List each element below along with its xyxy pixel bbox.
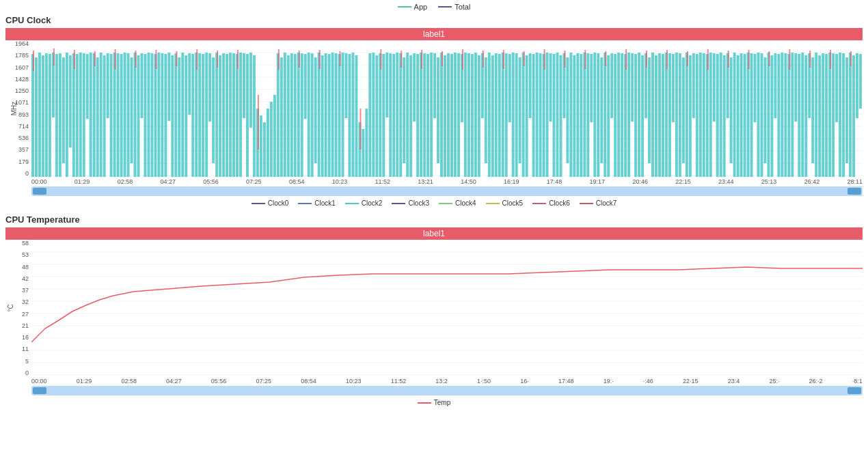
svg-rect-226: [760, 53, 763, 177]
svg-rect-114: [379, 53, 381, 177]
svg-rect-220: [740, 53, 743, 177]
svg-rect-47: [150, 53, 153, 177]
svg-rect-211: [709, 53, 712, 177]
clock6-line: [532, 203, 546, 204]
svg-rect-238: [801, 53, 804, 177]
svg-rect-89: [294, 54, 297, 177]
svg-rect-219: [737, 55, 740, 177]
cpu-temp-scrollbar-right-handle[interactable]: [847, 387, 861, 394]
cpu-clock-chart-area: MHz 1964 1785 1607 1428 1250 1071 893 71…: [5, 40, 863, 177]
svg-rect-242: [815, 53, 817, 177]
svg-rect-127: [423, 53, 426, 177]
svg-rect-244: [822, 53, 824, 177]
svg-rect-84: [277, 53, 280, 177]
cpu-clock-x-axis: 00:00 01:29 02:58 04:27 05:56 07:25 08:5…: [31, 177, 863, 185]
svg-rect-287: [666, 50, 668, 69]
svg-rect-251: [845, 57, 848, 163]
legend-clock3: Clock3: [392, 199, 429, 207]
cpu-temp-label-bar: label1: [5, 227, 863, 240]
clock1-line: [298, 203, 312, 204]
temp-legend-line: [418, 402, 431, 404]
cpu-clock-title: CPU Clock: [5, 15, 863, 25]
svg-rect-165: [552, 54, 555, 177]
cpu-clock-y-label: MHz: [10, 102, 18, 116]
cpu-temp-scrollbar[interactable]: [31, 386, 863, 395]
svg-rect-235: [791, 53, 794, 177]
svg-rect-12: [31, 54, 34, 177]
svg-rect-42: [134, 53, 137, 177]
svg-rect-175: [586, 53, 589, 177]
svg-rect-222: [747, 53, 750, 177]
svg-rect-67: [219, 55, 221, 177]
svg-rect-148: [495, 53, 498, 177]
svg-rect-53: [171, 55, 174, 177]
svg-rect-77: [253, 55, 256, 177]
cpu-clock-scrollbar-right-handle[interactable]: [847, 188, 861, 195]
svg-rect-147: [491, 55, 494, 177]
total-legend-label: Total: [455, 3, 470, 11]
clock4-label: Clock4: [455, 199, 476, 207]
svg-rect-26: [79, 53, 82, 177]
svg-rect-115: [382, 54, 385, 177]
svg-rect-145: [485, 57, 487, 163]
svg-rect-198: [665, 53, 668, 177]
svg-rect-106: [351, 53, 354, 177]
svg-rect-79: [260, 115, 262, 177]
svg-rect-250: [842, 53, 845, 177]
svg-rect-223: [750, 53, 753, 177]
svg-rect-13: [35, 57, 38, 177]
legend-clock5: Clock5: [486, 199, 524, 207]
cpu-temp-section: CPU Temperature label1 °C 58 53 48 42 37…: [0, 212, 868, 408]
clock0-line: [252, 203, 265, 204]
svg-rect-116: [385, 53, 388, 117]
cpu-temp-chart: label1 °C 58 53 48 42 37 32 27 21 16 1: [5, 227, 863, 395]
cpu-temp-scrollbar-left-handle[interactable]: [33, 387, 46, 394]
svg-rect-272: [360, 109, 361, 150]
svg-rect-49: [157, 53, 160, 177]
svg-rect-236: [794, 53, 797, 122]
svg-rect-180: [603, 53, 606, 177]
svg-rect-56: [181, 53, 184, 177]
legend-clock0: Clock0: [252, 199, 289, 207]
svg-rect-158: [529, 53, 532, 118]
svg-rect-151: [505, 53, 508, 177]
svg-rect-76: [249, 53, 252, 128]
cpu-clock-scrollbar[interactable]: [31, 186, 863, 196]
svg-rect-177: [593, 53, 596, 177]
svg-rect-59: [191, 54, 194, 177]
svg-rect-80: [263, 122, 266, 177]
svg-rect-112: [372, 53, 375, 177]
svg-rect-169: [566, 57, 569, 163]
svg-rect-282: [564, 51, 565, 68]
svg-rect-183: [614, 54, 616, 177]
svg-rect-119: [396, 53, 398, 177]
svg-rect-296: [850, 51, 852, 66]
svg-rect-225: [757, 53, 760, 177]
app-legend-label: App: [414, 3, 428, 11]
svg-rect-111: [368, 53, 371, 177]
svg-rect-233: [784, 53, 787, 177]
svg-rect-34: [107, 53, 109, 118]
cpu-clock-scrollbar-left-handle[interactable]: [33, 188, 46, 195]
clock5-line: [486, 203, 500, 204]
svg-rect-103: [342, 53, 344, 177]
svg-rect-204: [686, 53, 688, 177]
svg-rect-88: [290, 53, 293, 177]
svg-rect-218: [733, 53, 736, 177]
svg-rect-66: [215, 53, 218, 177]
cpu-temp-svg: [31, 240, 863, 376]
svg-rect-278: [483, 51, 484, 68]
svg-rect-259: [94, 51, 96, 66]
svg-rect-126: [420, 53, 422, 177]
cpu-temp-canvas-container: [31, 240, 863, 376]
svg-rect-142: [474, 53, 477, 177]
svg-rect-48: [154, 54, 157, 177]
svg-rect-124: [413, 53, 416, 122]
svg-rect-62: [202, 54, 204, 177]
svg-rect-195: [655, 55, 657, 177]
svg-rect-46: [147, 53, 150, 177]
svg-rect-143: [478, 55, 480, 177]
svg-rect-210: [706, 54, 709, 177]
svg-rect-40: [127, 53, 130, 177]
legend-app: App: [398, 3, 428, 11]
